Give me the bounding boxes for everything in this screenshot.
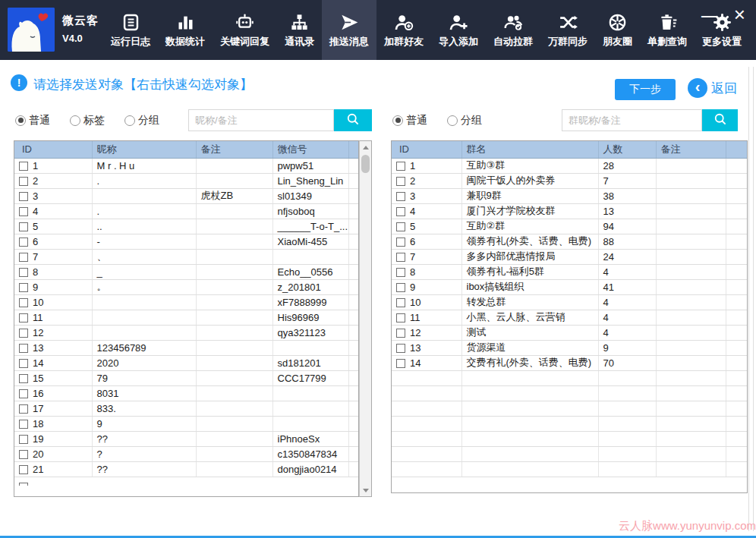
cell bbox=[726, 294, 748, 310]
row-checkbox[interactable] bbox=[396, 177, 405, 186]
scroll-up-button[interactable] bbox=[360, 141, 371, 153]
empty-row bbox=[392, 401, 748, 416]
next-step-button[interactable]: 下一步 bbox=[615, 79, 676, 100]
toolbar-item-add-group-friend[interactable]: 加群好友 bbox=[376, 0, 431, 60]
cell: .. bbox=[92, 219, 196, 234]
row-checkbox[interactable] bbox=[19, 283, 28, 292]
cell: sd181201 bbox=[272, 355, 348, 370]
radio-option[interactable]: 分组 bbox=[124, 114, 159, 127]
notice-text: 请选择发送对象【右击快速勾选对象】 bbox=[33, 76, 253, 93]
row-checkbox[interactable] bbox=[19, 435, 28, 444]
row-checkbox[interactable] bbox=[19, 344, 28, 353]
toolbar-item-label: 关键词回复 bbox=[220, 35, 269, 49]
row-id: 11 bbox=[33, 312, 43, 323]
row-checkbox[interactable] bbox=[19, 162, 28, 171]
radio-option[interactable]: 普通 bbox=[15, 114, 50, 127]
row-checkbox[interactable] bbox=[396, 344, 405, 353]
cell: 13 bbox=[598, 203, 656, 219]
row-checkbox[interactable] bbox=[396, 207, 405, 216]
row-checkbox[interactable] bbox=[19, 483, 28, 486]
row-checkbox[interactable] bbox=[19, 389, 28, 398]
toolbar-item-delete-query[interactable]: 单删查询 bbox=[640, 0, 695, 60]
toolbar-item-label: 数据统计 bbox=[165, 35, 205, 49]
friends-scrollbar[interactable] bbox=[359, 140, 372, 497]
row-checkbox[interactable] bbox=[19, 238, 28, 247]
cell bbox=[348, 461, 359, 477]
row-checkbox[interactable] bbox=[19, 177, 28, 186]
row-checkbox[interactable] bbox=[19, 298, 28, 307]
row-checkbox[interactable] bbox=[19, 268, 28, 277]
id-cell: 5 bbox=[14, 219, 92, 234]
cell bbox=[92, 325, 196, 340]
toolbar-item-moments[interactable]: 朋友圈 bbox=[595, 0, 640, 60]
row-checkbox[interactable] bbox=[19, 420, 28, 429]
row-checkbox[interactable] bbox=[396, 298, 405, 307]
toolbar-item-contacts[interactable]: 通讯录 bbox=[277, 0, 322, 60]
cell: 41 bbox=[598, 279, 656, 294]
back-button[interactable]: ‹ 返回 bbox=[688, 78, 737, 98]
toolbar-item-auto-pull-group[interactable]: 自动拉群 bbox=[486, 0, 540, 60]
auto-pull-group-icon bbox=[503, 11, 524, 33]
id-cell: 1 bbox=[392, 158, 461, 173]
minimize-button[interactable]: — bbox=[701, 8, 717, 23]
toolbar-item-logs[interactable]: 运行日志 bbox=[103, 0, 158, 60]
radio-unselected-icon bbox=[447, 115, 458, 126]
row-checkbox[interactable] bbox=[396, 192, 405, 201]
id-cell: 14 bbox=[14, 355, 92, 370]
row-checkbox[interactable] bbox=[19, 222, 28, 231]
row-checkbox[interactable] bbox=[19, 329, 28, 338]
row-checkbox[interactable] bbox=[396, 359, 405, 368]
row-checkbox[interactable] bbox=[19, 404, 28, 414]
radio-option[interactable]: 普通 bbox=[392, 114, 427, 127]
radio-option[interactable]: 分组 bbox=[447, 114, 482, 127]
table-row: 13货源渠道9 bbox=[392, 340, 748, 355]
radio-option[interactable]: 标签 bbox=[70, 114, 105, 127]
id-cell: 9 bbox=[392, 279, 461, 294]
toolbar-item-stats[interactable]: 数据统计 bbox=[158, 0, 213, 60]
row-checkbox[interactable] bbox=[396, 283, 405, 292]
group-search-input[interactable] bbox=[562, 109, 702, 131]
empty-row bbox=[392, 370, 748, 385]
row-checkbox[interactable] bbox=[19, 374, 28, 383]
cell bbox=[196, 446, 272, 461]
id-cell: 4 bbox=[14, 203, 92, 219]
friend-search-button[interactable] bbox=[334, 109, 372, 131]
id-cell: 8 bbox=[392, 264, 461, 279]
cell: 2020 bbox=[92, 355, 196, 370]
row-checkbox[interactable] bbox=[19, 192, 28, 201]
friend-search-input[interactable] bbox=[188, 109, 334, 131]
toolbar-item-import-add[interactable]: 导入添加 bbox=[431, 0, 486, 60]
toolbar-item-push-message[interactable]: 推送消息 bbox=[322, 0, 376, 60]
scroll-thumb[interactable] bbox=[361, 155, 370, 173]
row-checkbox[interactable] bbox=[19, 465, 28, 474]
row-checkbox[interactable] bbox=[396, 222, 405, 231]
cell bbox=[272, 401, 348, 416]
scroll-down-button[interactable] bbox=[360, 484, 371, 496]
group-search-button[interactable] bbox=[702, 109, 738, 131]
row-checkbox[interactable] bbox=[19, 450, 28, 459]
row-checkbox[interactable] bbox=[396, 253, 405, 262]
id-cell: 10 bbox=[14, 294, 92, 310]
row-checkbox[interactable] bbox=[19, 359, 28, 368]
cell bbox=[196, 340, 272, 355]
row-checkbox[interactable] bbox=[396, 268, 405, 277]
close-button[interactable]: × bbox=[734, 5, 745, 24]
id-cell: 10 bbox=[392, 294, 461, 310]
row-checkbox[interactable] bbox=[396, 329, 405, 338]
table-row: 12测试4 bbox=[392, 325, 748, 340]
cell bbox=[726, 158, 748, 173]
row-checkbox[interactable] bbox=[19, 313, 28, 322]
cell bbox=[348, 173, 359, 188]
row-checkbox[interactable] bbox=[19, 253, 28, 262]
toolbar-item-sync-groups[interactable]: 万群同步 bbox=[540, 0, 595, 60]
row-id: 10 bbox=[410, 297, 421, 308]
row-checkbox[interactable] bbox=[396, 162, 405, 171]
cell bbox=[656, 219, 726, 234]
cell: 7 bbox=[598, 173, 656, 188]
cell: _ bbox=[92, 264, 196, 279]
row-checkbox[interactable] bbox=[19, 207, 28, 216]
row-checkbox[interactable] bbox=[396, 313, 405, 322]
id-cell: 17 bbox=[14, 401, 92, 416]
row-checkbox[interactable] bbox=[396, 238, 405, 247]
toolbar-item-keyword-reply[interactable]: 关键词回复 bbox=[213, 0, 277, 60]
